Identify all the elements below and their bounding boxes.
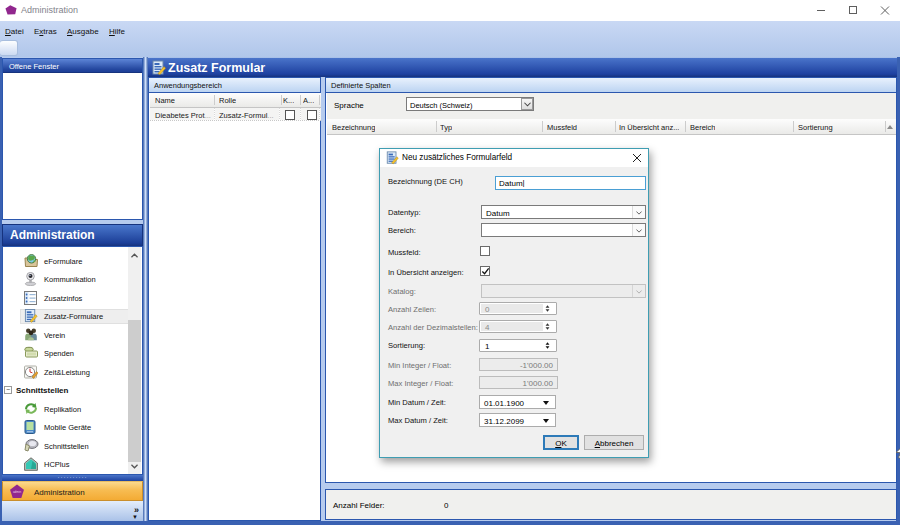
svg-text:admin: admin <box>13 490 22 494</box>
